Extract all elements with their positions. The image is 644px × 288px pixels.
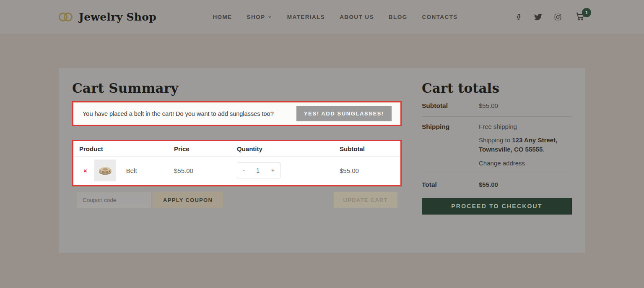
cart-button[interactable]: 1 [575, 11, 585, 23]
nav-item-shop[interactable]: SHOP⌄ [247, 14, 272, 20]
coupon-code-input[interactable] [77, 192, 151, 208]
total-row: Total $55.00 [422, 174, 572, 194]
site-header: Jewelry Shop HOME SHOP⌄ MATERIALS ABOUT … [0, 0, 644, 34]
subtotal-label: Subtotal [422, 102, 479, 110]
subtotal-row: Subtotal $55.00 [422, 96, 572, 117]
col-price: Price [174, 145, 237, 152]
col-quantity: Quantity [237, 145, 340, 152]
nav-item-blog[interactable]: BLOG [389, 14, 408, 20]
quantity-stepper: - 1 + [237, 162, 280, 178]
cart-totals-section: Cart totals Subtotal $55.00 Shipping Fre… [422, 68, 572, 215]
total-value: $55.00 [479, 181, 572, 189]
main-nav: HOME SHOP⌄ MATERIALS ABOUT US BLOG CONTA… [213, 14, 457, 20]
shipping-destination: Shipping to 123 Any Street, Townsville, … [479, 136, 572, 154]
cart-totals-title: Cart totals [422, 81, 572, 96]
add-sunglasses-button[interactable]: YES! ADD SUNGLASSES! [296, 106, 392, 121]
product-thumbnail[interactable] [94, 160, 116, 181]
proceed-to-checkout-button[interactable]: PROCEED TO CHECKOUT [422, 198, 572, 215]
content-card: Cart Summary You have placed a belt in t… [59, 68, 585, 253]
coupon-row: APPLY COUPON UPDATE CART [72, 192, 402, 208]
shipping-label: Shipping [422, 123, 479, 167]
quantity-decrease-button[interactable]: - [243, 167, 245, 174]
apply-coupon-button[interactable]: APPLY COUPON [153, 192, 223, 208]
product-cell: × Belt [73, 160, 174, 181]
shipping-method: Free shipping [479, 123, 572, 130]
cross-sell-notice: You have placed a belt in the cart! Do y… [72, 101, 402, 126]
instagram-icon[interactable] [553, 13, 562, 21]
nav-item-home[interactable]: HOME [213, 14, 232, 20]
remove-item-button[interactable]: × [83, 167, 87, 174]
shipping-row: Shipping Free shipping Shipping to 123 A… [422, 117, 572, 174]
cart-section: Cart Summary You have placed a belt in t… [72, 68, 402, 208]
subtotal-value: $55.00 [479, 102, 572, 110]
nav-item-about-us[interactable]: ABOUT US [340, 14, 374, 20]
page-title: Cart Summary [72, 81, 402, 96]
quantity-value[interactable]: 1 [256, 167, 260, 174]
brand-name: Jewelry Shop [79, 11, 156, 23]
header-icons: 1 [514, 11, 585, 23]
belt-image [98, 165, 113, 176]
col-product: Product [73, 145, 174, 152]
update-cart-button[interactable]: UPDATE CART [334, 192, 398, 208]
product-name-link[interactable]: Belt [126, 167, 137, 174]
table-row: × Belt $55.00 [73, 157, 400, 185]
shipping-details: Free shipping Shipping to 123 Any Street… [479, 123, 572, 167]
facebook-icon[interactable] [514, 13, 522, 21]
change-address-link[interactable]: Change address [479, 160, 525, 167]
quantity-cell: - 1 + [237, 162, 340, 178]
nav-item-contacts[interactable]: CONTACTS [422, 14, 457, 20]
nav-item-materials[interactable]: MATERIALS [287, 14, 325, 20]
brand[interactable]: Jewelry Shop [59, 11, 156, 23]
rings-logo-icon [59, 13, 73, 21]
cart-table: Product Price Quantity Subtotal × [72, 140, 402, 186]
cart-count-badge: 1 [582, 8, 591, 17]
notice-message: You have placed a belt in the cart! Do y… [83, 110, 274, 117]
subtotal-cell: $55.00 [340, 167, 400, 174]
col-subtotal: Subtotal [340, 145, 400, 152]
total-label: Total [422, 181, 479, 189]
quantity-increase-button[interactable]: + [271, 167, 275, 174]
price-cell: $55.00 [174, 167, 237, 174]
twitter-icon[interactable] [534, 13, 542, 21]
table-header-row: Product Price Quantity Subtotal [73, 141, 400, 157]
